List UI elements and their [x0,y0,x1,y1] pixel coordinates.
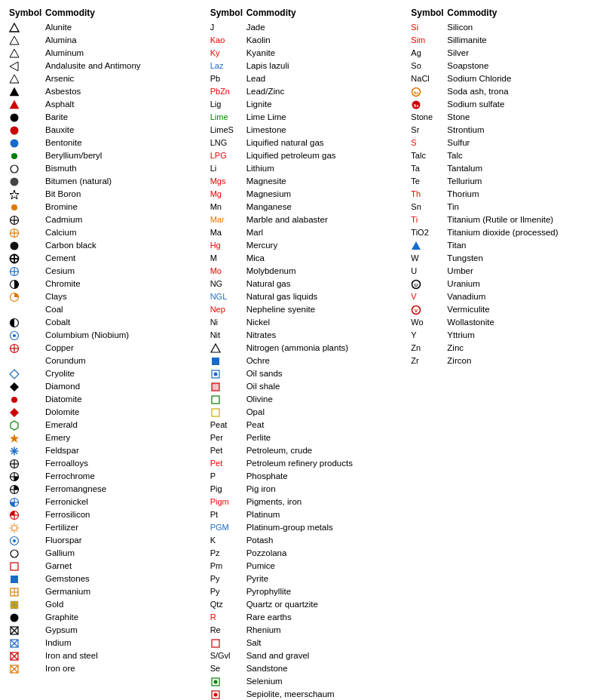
list-item: ReRhenium [210,624,406,637]
column-1: SymbolCommodityJJadeKaoKaolinKyKyaniteLa… [207,8,409,700]
commodity-name: Garnet [45,560,72,573]
symbol-text: Sr [411,124,419,137]
svg-marker-40 [11,421,18,430]
symbol-cell: Pet [210,444,246,457]
commodity-name: Tungsten [447,252,483,265]
list-item: JJade [210,21,406,34]
commodity-name: Pigments, iron [246,496,302,508]
commodity-name: Diatomite [45,393,82,406]
symbol-cell [9,228,45,238]
commodity-name: Nitrogen (ammonia plants) [246,342,349,355]
icon-diamond_outline [9,369,20,379]
list-item: Ochre [210,355,406,367]
list-item: NepNepheline syenite [210,303,406,316]
symbol-text: Ni [210,316,218,329]
commodity-name: Titan [447,239,466,252]
symbol-cell [9,612,45,623]
symbol-cell [9,497,45,508]
commodity-name: Graphite [45,611,78,624]
symbol-cell: Per [210,431,246,444]
symbol-cell: Th [411,188,447,201]
commodity-name: Bismuth [45,162,77,175]
icon-star_outline [9,189,20,200]
svg-point-32 [13,334,16,337]
commodity-name: Peat [246,419,265,431]
icon-circle_small_red [9,395,20,405]
commodity-name: Opal [246,406,265,419]
symbol-cell: Py [210,573,246,585]
symbol-cell: Sn [411,201,447,213]
symbol-text: Sim [411,34,425,47]
commodity-name: Wollastonite [447,316,494,329]
commodity-name: Lead [246,72,266,85]
symbol-cell [9,125,45,136]
list-item: Cobalt [9,316,204,329]
svg-marker-5 [10,88,19,96]
symbol-text: Pb [210,72,220,85]
symbol-cell: Lig [210,98,246,111]
symbol-text: Pet [210,457,223,470]
commodity-name: Sandstone [246,662,288,675]
svg-rect-91 [212,388,214,390]
list-item: Bit Boron [9,188,204,201]
svg-line-57 [11,524,11,525]
commodity-name: Emery [45,431,70,444]
symbol-cell: K [210,534,246,547]
symbol-cell [9,510,45,520]
svg-marker-2 [10,49,19,57]
commodity-name: Oil shale [246,380,280,393]
symbol-cell [9,35,45,46]
commodity-name: Beryllium/beryl [45,149,102,162]
list-item: Andalusite and Antimony [9,60,204,72]
svg-point-12 [11,177,19,186]
list-item: NaSodium sulfate [411,98,603,111]
symbol-cell: S [411,137,447,149]
icon-circle_half [9,279,20,290]
commodity-name: Bitumen (natural) [45,175,112,188]
commodity-name: Indium [45,637,72,649]
svg-rect-90 [212,385,214,388]
symbol-cell [9,600,45,610]
icon-circle_na_outline: Na [411,87,421,97]
commodity-name: Bit Boron [45,188,81,201]
symbol-text: Zn [411,342,421,355]
symbol-text: Y [411,329,416,342]
header-commodity: Commodity [45,8,95,18]
commodity-name: Nepheline syenite [246,303,315,316]
symbol-cell [411,241,447,251]
list-item: TiO2Titanium dioxide (processed) [411,226,603,239]
commodity-name: Cesium [45,265,75,278]
symbol-cell [9,23,45,33]
icon-circle_cross [9,228,20,238]
symbol-cell [9,523,45,533]
commodity-name: Rare earths [246,611,292,624]
commodity-name: Ferrosilicon [45,508,90,521]
list-item: Cryolite [9,367,204,380]
list-item: Graphite [9,611,204,624]
symbol-text: Ag [411,47,421,60]
icon-circle_cross [9,215,20,226]
symbol-text: NGL [210,290,228,303]
commodity-name: Titanium (Rutile or Ilmenite) [447,213,553,226]
list-item: LPGLiquified petroleum gas [210,149,406,162]
icon-star_filled [9,433,20,444]
commodity-name: Limestone [246,124,286,137]
commodity-name: Platinum [246,508,280,521]
symbol-cell [210,407,246,418]
header-symbol: Symbol [9,8,45,18]
commodity-name: Silicon [447,21,473,34]
symbol-text: Hg [210,239,221,252]
list-item: LigLignite [210,98,406,111]
list-item: VVermiculite [411,303,603,316]
svg-rect-64 [11,576,18,583]
icon-triangle_up_outline [210,343,221,354]
icon-square_grid_red [210,382,221,392]
symbol-cell: U [411,265,447,278]
icon-circle_cross2 [9,356,20,367]
symbol-cell: Wo [411,316,447,329]
symbol-cell [9,356,45,367]
list-item: PmPumice [210,560,406,573]
symbol-cell: R [210,611,246,624]
list-item: MnManganese [210,201,406,213]
commodity-name: Copper [45,342,74,355]
